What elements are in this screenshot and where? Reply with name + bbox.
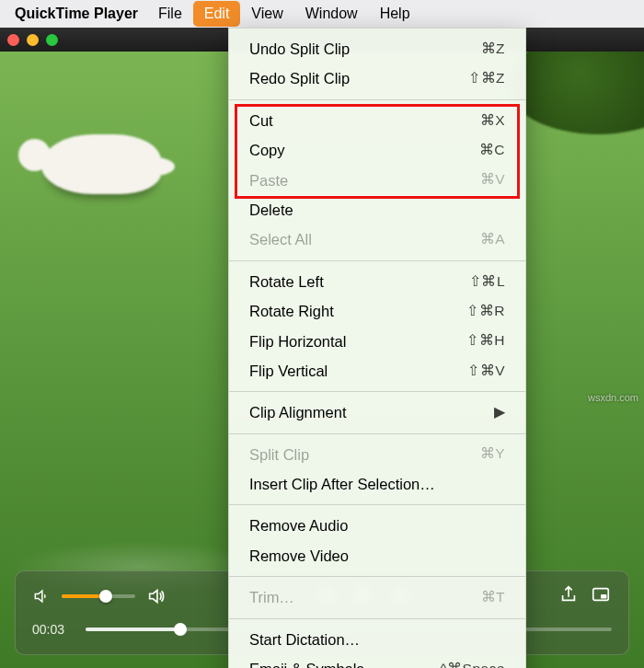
svg-rect-1: [601, 594, 606, 599]
watermark: wsxdn.com: [588, 392, 638, 403]
menu-item-label: Remove Audio: [249, 513, 348, 537]
menu-item-shortcut: ⌘Z: [481, 38, 505, 61]
menu-item-label: Rotate Right: [249, 299, 334, 323]
timeline-fill: [86, 628, 180, 631]
time-current: 00:03: [32, 622, 75, 637]
menu-item-flip-horizontal[interactable]: Flip Horizontal⇧⌘H: [229, 327, 525, 356]
menu-separator: [229, 576, 525, 577]
menu-item-label: Insert Clip After Selection…: [249, 472, 435, 496]
close-button[interactable]: [7, 34, 19, 46]
menu-view[interactable]: View: [240, 1, 293, 27]
volume-slider[interactable]: [62, 594, 135, 598]
menu-separator: [229, 433, 525, 434]
menu-item-redo-split-clip[interactable]: Redo Split Clip⇧⌘Z: [229, 63, 525, 93]
menu-item-shortcut: ⇧⌘Z: [468, 67, 505, 90]
volume-slider-knob[interactable]: [99, 590, 112, 603]
menu-item-remove-video[interactable]: Remove Video: [229, 541, 525, 570]
menu-item-shortcut: ⇧⌘V: [467, 360, 505, 383]
menu-item-rotate-left[interactable]: Rotate Left⇧⌘L: [229, 267, 525, 296]
app-name: QuickTime Player: [6, 6, 147, 22]
menu-item-shortcut: ⌘T: [481, 586, 505, 609]
menu-item-delete[interactable]: Delete: [229, 195, 525, 225]
menu-item-label: Undo Split Clip: [249, 37, 350, 61]
menu-item-label: Remove Video: [249, 544, 349, 568]
zoom-button[interactable]: [46, 34, 58, 46]
menu-item-flip-vertical[interactable]: Flip Vertical⇧⌘V: [229, 356, 525, 386]
edit-dropdown: Undo Split Clip⌘ZRedo Split Clip⇧⌘ZCut⌘X…: [228, 28, 526, 668]
menu-item-label: Clip Alignment: [249, 400, 346, 424]
traffic-lights: [7, 34, 58, 46]
menu-separator: [229, 618, 525, 619]
menu-separator: [229, 504, 525, 505]
menu-item-shortcut: ⌘V: [480, 168, 505, 191]
volume-mute-icon[interactable]: [32, 587, 51, 605]
pip-button[interactable]: [590, 584, 612, 607]
menu-item-start-dictation[interactable]: Start Dictation…: [229, 625, 525, 654]
menu-item-shortcut: ⌘A: [480, 228, 505, 251]
minimize-button[interactable]: [27, 34, 39, 46]
menu-item-trim: Trim…⌘T: [229, 582, 525, 612]
menu-separator: [229, 260, 525, 261]
menu-item-label: Rotate Left: [249, 270, 324, 294]
timeline-knob[interactable]: [174, 623, 187, 636]
share-button[interactable]: [558, 584, 579, 607]
menu-item-label: Trim…: [249, 585, 294, 609]
menu-item-shortcut: ⌘C: [479, 139, 505, 162]
menu-separator: [229, 391, 525, 392]
volume-max-icon[interactable]: [146, 586, 167, 606]
menu-item-shortcut: ⇧⌘L: [469, 271, 505, 294]
menu-item-shortcut: ⌘Y: [480, 443, 505, 466]
menu-item-shortcut: ⇧⌘H: [466, 329, 505, 352]
menu-item-shortcut: ⇧⌘R: [466, 300, 505, 323]
menu-item-select-all: Select All⌘A: [229, 225, 525, 254]
menu-item-label: Select All: [249, 227, 312, 251]
menu-item-remove-audio[interactable]: Remove Audio: [229, 511, 525, 540]
submenu-arrow-icon: ▶: [494, 401, 506, 424]
menu-item-undo-split-clip[interactable]: Undo Split Clip⌘Z: [229, 34, 525, 63]
menu-item-label: Paste: [249, 168, 288, 192]
menu-item-split-clip: Split Clip⌘Y: [229, 440, 525, 469]
menu-item-copy[interactable]: Copy⌘C: [229, 135, 525, 165]
menubar: QuickTime Player File Edit View Window H…: [0, 0, 644, 28]
menu-window[interactable]: Window: [294, 1, 369, 27]
menu-item-label: Delete: [249, 198, 293, 222]
menu-item-label: Flip Horizontal: [249, 329, 346, 353]
menu-item-label: Copy: [249, 138, 285, 162]
menu-help[interactable]: Help: [369, 1, 421, 27]
menu-edit[interactable]: Edit: [193, 1, 241, 27]
menu-separator: [229, 99, 525, 100]
menu-item-label: Emoji & Symbols: [249, 657, 364, 668]
menu-item-label: Redo Split Clip: [249, 66, 350, 90]
menu-item-clip-alignment[interactable]: Clip Alignment▶: [229, 397, 525, 427]
menu-item-label: Flip Vertical: [249, 359, 328, 383]
menu-file[interactable]: File: [147, 1, 193, 27]
menu-item-insert-clip-after-selection[interactable]: Insert Clip After Selection…: [229, 469, 525, 499]
menu-item-shortcut: ⌘X: [480, 109, 505, 132]
menu-item-emoji-symbols[interactable]: Emoji & Symbols^⌘Space: [229, 654, 525, 668]
menu-item-label: Split Clip: [249, 443, 309, 466]
menu-item-rotate-right[interactable]: Rotate Right⇧⌘R: [229, 296, 525, 326]
menu-item-cut[interactable]: Cut⌘X: [229, 106, 525, 135]
menu-item-paste: Paste⌘V: [229, 166, 525, 195]
menu-item-label: Cut: [249, 109, 273, 132]
menu-item-shortcut: ^⌘Space: [440, 658, 505, 668]
video-dog: [41, 134, 161, 194]
menu-item-label: Start Dictation…: [249, 628, 360, 651]
